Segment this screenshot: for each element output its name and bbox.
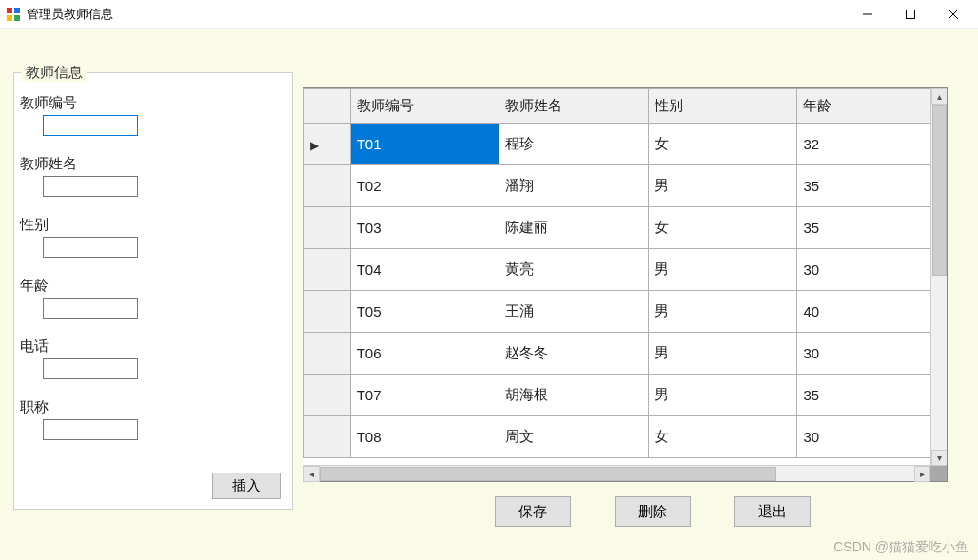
table-row[interactable]: T03 陈建丽 女 35 — [304, 207, 947, 249]
cell-age[interactable]: 35 — [797, 207, 947, 249]
col-header-name[interactable]: 教师姓名 — [499, 89, 649, 124]
input-age[interactable] — [43, 298, 138, 319]
cell-age[interactable]: 35 — [797, 375, 947, 416]
cell-name[interactable]: 赵冬冬 — [499, 333, 649, 375]
client-area: 教师信息 教师编号 教师姓名 性别 年龄 电话 职称 插入 — [0, 29, 978, 560]
cell-id[interactable]: T01 — [350, 124, 499, 165]
field-phone: 电话 — [20, 338, 138, 379]
table-row[interactable]: T05 王涌 男 40 — [304, 291, 947, 333]
cell-age[interactable]: 30 — [797, 416, 947, 458]
input-phone[interactable] — [43, 358, 138, 379]
cell-gender[interactable]: 男 — [648, 291, 797, 333]
cell-gender[interactable]: 男 — [648, 375, 797, 416]
svg-rect-2 — [7, 15, 12, 21]
current-row-icon: ▶ — [310, 139, 319, 152]
table-row[interactable]: T04 黄亮 男 30 — [304, 249, 947, 291]
datagrid-container: 教师编号 教师姓名 性别 年龄 ▶ T01 程珍 女 32 — [303, 87, 948, 482]
col-header-id[interactable]: 教师编号 — [350, 89, 499, 124]
input-gender[interactable] — [43, 237, 138, 258]
cell-id[interactable]: T05 — [350, 291, 499, 333]
action-buttons: 保存 删除 退出 — [495, 496, 811, 527]
save-button[interactable]: 保存 — [495, 496, 571, 527]
title-bar: 管理员教师信息 — [0, 0, 978, 29]
field-title: 职称 — [20, 398, 138, 440]
delete-button[interactable]: 删除 — [615, 496, 691, 527]
window-controls — [846, 1, 974, 28]
cell-id[interactable]: T07 — [350, 375, 499, 416]
table-row[interactable]: T08 周文 女 30 — [304, 416, 947, 458]
teacher-info-groupbox: 教师信息 教师编号 教师姓名 性别 年龄 电话 职称 插入 — [13, 72, 293, 510]
cell-name[interactable]: 潘翔 — [499, 165, 649, 207]
cell-gender[interactable]: 女 — [648, 124, 797, 165]
corner-cell[interactable] — [304, 89, 351, 124]
row-indicator[interactable] — [304, 291, 351, 333]
cell-name[interactable]: 程珍 — [499, 124, 649, 165]
row-indicator[interactable] — [304, 375, 351, 416]
groupbox-title: 教师信息 — [22, 64, 87, 82]
svg-rect-5 — [906, 10, 914, 18]
row-indicator[interactable] — [304, 416, 351, 458]
input-title[interactable] — [43, 419, 138, 440]
scroll-down-arrow-icon[interactable]: ▾ — [931, 450, 947, 466]
app-icon — [6, 7, 21, 22]
field-teacher-name: 教师姓名 — [20, 155, 138, 197]
cell-id[interactable]: T06 — [350, 333, 499, 375]
maximize-button[interactable] — [889, 1, 931, 28]
svg-rect-1 — [14, 8, 20, 13]
cell-gender[interactable]: 女 — [648, 207, 797, 249]
input-teacher-name[interactable] — [43, 176, 138, 197]
label-title: 职称 — [20, 398, 138, 416]
scroll-left-arrow-icon[interactable]: ◂ — [303, 466, 320, 482]
table-row[interactable]: ▶ T01 程珍 女 32 — [304, 124, 947, 165]
table-row[interactable]: T02 潘翔 男 35 — [304, 165, 947, 207]
svg-rect-3 — [14, 15, 20, 21]
cell-age[interactable]: 30 — [797, 333, 947, 375]
cell-gender[interactable]: 男 — [648, 333, 797, 375]
cell-id[interactable]: T02 — [350, 165, 499, 207]
cell-id[interactable]: T08 — [350, 416, 499, 458]
window-title: 管理员教师信息 — [27, 6, 113, 23]
field-age: 年龄 — [20, 277, 138, 319]
horizontal-scroll-thumb[interactable] — [320, 467, 776, 481]
label-phone: 电话 — [20, 338, 138, 356]
watermark: CSDN @猫猫爱吃小鱼 — [833, 539, 968, 556]
row-indicator[interactable] — [304, 207, 351, 249]
table-row[interactable]: T06 赵冬冬 男 30 — [304, 333, 947, 375]
row-indicator[interactable]: ▶ — [304, 124, 351, 165]
close-button[interactable] — [931, 1, 974, 28]
cell-age[interactable]: 35 — [797, 165, 947, 207]
vertical-scrollbar[interactable]: ▴ ▾ — [930, 88, 947, 466]
col-header-gender[interactable]: 性别 — [648, 89, 797, 124]
field-teacher-id: 教师编号 — [20, 94, 138, 136]
table-row[interactable]: T07 胡海根 男 35 — [304, 375, 947, 416]
horizontal-scrollbar[interactable]: ◂ ▸ — [303, 465, 930, 481]
datagrid[interactable]: 教师编号 教师姓名 性别 年龄 ▶ T01 程珍 女 32 — [303, 88, 947, 466]
cell-age[interactable]: 32 — [797, 124, 947, 165]
scroll-up-arrow-icon[interactable]: ▴ — [931, 88, 947, 105]
field-gender: 性别 — [20, 216, 138, 258]
cell-name[interactable]: 周文 — [499, 416, 649, 458]
cell-age[interactable]: 30 — [797, 249, 947, 291]
col-header-age[interactable]: 年龄 — [797, 89, 947, 124]
cell-name[interactable]: 黄亮 — [499, 249, 649, 291]
input-teacher-id[interactable] — [43, 115, 138, 136]
cell-gender[interactable]: 男 — [648, 165, 797, 207]
cell-name[interactable]: 陈建丽 — [499, 207, 649, 249]
cell-name[interactable]: 王涌 — [499, 291, 649, 333]
vertical-scroll-thumb[interactable] — [932, 105, 947, 276]
cell-gender[interactable]: 男 — [648, 249, 797, 291]
label-teacher-name: 教师姓名 — [20, 155, 138, 173]
cell-gender[interactable]: 女 — [648, 416, 797, 458]
cell-id[interactable]: T03 — [350, 207, 499, 249]
label-gender: 性别 — [20, 216, 138, 234]
row-indicator[interactable] — [304, 333, 351, 375]
scroll-right-arrow-icon[interactable]: ▸ — [914, 466, 930, 482]
cell-name[interactable]: 胡海根 — [499, 375, 649, 416]
insert-button[interactable]: 插入 — [212, 473, 281, 499]
exit-button[interactable]: 退出 — [734, 496, 811, 527]
cell-id[interactable]: T04 — [350, 249, 499, 291]
cell-age[interactable]: 40 — [797, 291, 947, 333]
row-indicator[interactable] — [304, 249, 351, 291]
minimize-button[interactable] — [846, 1, 889, 28]
row-indicator[interactable] — [304, 165, 351, 207]
